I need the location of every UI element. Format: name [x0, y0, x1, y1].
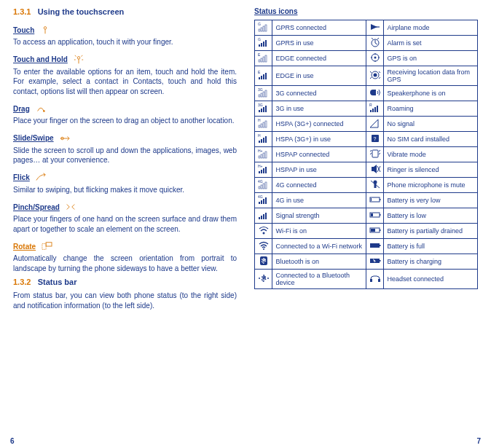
- status-label-left: GPRS connected: [272, 20, 366, 36]
- pinch-heading: Pinch/Spread: [13, 202, 77, 212]
- status-icon-left: [255, 254, 272, 270]
- svg-text:E: E: [258, 70, 261, 74]
- svg-rect-104: [380, 260, 381, 262]
- status-label-right: Battery is full: [384, 239, 478, 254]
- status-icon-left: H: [255, 117, 272, 132]
- status-icon-left: 3G: [255, 101, 272, 117]
- status-label-right: Battery is charging: [384, 254, 478, 270]
- status-icon-left: [255, 270, 272, 289]
- svg-rect-54: [261, 139, 262, 143]
- svg-rect-73: [259, 186, 260, 189]
- touch-label: Touch: [13, 26, 34, 34]
- table-row: HHSPA (3G+) connectedNo signal: [255, 117, 478, 132]
- svg-rect-98: [371, 229, 375, 232]
- table-row: Wi-Fi is onBattery is partially drained: [255, 224, 478, 239]
- svg-rect-41: [265, 106, 267, 112]
- rotate-icon: [40, 241, 53, 251]
- svg-rect-43: [370, 110, 372, 112]
- svg-rect-82: [261, 200, 262, 204]
- table-row: 3G3G in useRRoaming: [255, 101, 478, 117]
- status-label-right: Receiving location data from GPS: [384, 66, 478, 86]
- svg-rect-28: [263, 74, 264, 79]
- svg-point-31: [373, 74, 377, 77]
- status-icon-left: E: [255, 66, 272, 86]
- status-icon-left: G: [255, 36, 272, 51]
- status-label-left: Signal strength: [272, 208, 366, 224]
- svg-rect-67: [261, 170, 262, 173]
- status-label-right: No signal: [384, 117, 478, 132]
- rotate-label: Rotate: [13, 243, 36, 251]
- svg-point-1: [77, 56, 80, 59]
- status-icon-left: 4G: [255, 178, 272, 193]
- drag-text: Place your finger on the screen to drag …: [13, 116, 237, 126]
- touch-hold-text: To enter the available options for an it…: [13, 67, 237, 97]
- status-label-right: Battery is partially drained: [384, 224, 478, 239]
- svg-rect-100: [370, 243, 380, 248]
- status-icon-right: R: [366, 101, 384, 117]
- status-icon-right: [366, 86, 384, 101]
- pinch-icon: [64, 202, 77, 212]
- svg-point-24: [374, 57, 376, 59]
- svg-rect-7: [259, 29, 260, 31]
- status-label-left: EDGE in use: [272, 66, 366, 86]
- svg-rect-62: [263, 153, 264, 158]
- section-1-3-1-heading: 1.3.1 Using the touchscreen: [13, 7, 237, 16]
- status-icon-right: [366, 36, 384, 51]
- status-label-left: 3G in use: [272, 101, 366, 117]
- status-label-left: 4G connected: [272, 178, 366, 193]
- status-icon-right: [366, 66, 384, 86]
- svg-rect-33: [259, 95, 260, 97]
- status-icons-heading: Status icons: [254, 7, 478, 15]
- svg-rect-76: [265, 182, 267, 189]
- drag-label: Drag: [13, 105, 30, 113]
- status-label-right: Phone microphone is mute: [384, 178, 478, 193]
- svg-rect-81: [259, 202, 260, 204]
- status-icon-right: [366, 117, 384, 132]
- svg-rect-90: [263, 214, 264, 219]
- status-icon-right: [366, 162, 384, 178]
- svg-rect-97: [380, 229, 381, 231]
- svg-rect-46: [377, 106, 378, 112]
- svg-rect-38: [259, 110, 260, 112]
- svg-text:4G: 4G: [258, 179, 263, 184]
- status-icon-right: [366, 254, 384, 270]
- table-row: EEDGE in useReceiving location data from…: [255, 66, 478, 86]
- table-row: GGPRS connectedAirplane mode: [255, 20, 478, 36]
- table-row: 4G4G in useBattery is very low: [255, 193, 478, 208]
- svg-text:R: R: [369, 103, 372, 107]
- svg-rect-4: [42, 244, 46, 250]
- status-label-left: HSPAP connected: [272, 147, 366, 162]
- section-1-3-2-heading: 1.3.2 Status bar: [13, 278, 237, 286]
- status-icon-left: H+: [255, 147, 272, 162]
- svg-rect-94: [371, 213, 373, 216]
- status-icon-left: 3G: [255, 86, 272, 101]
- svg-point-95: [262, 232, 264, 235]
- status-icon-left: [255, 224, 272, 239]
- svg-text:?: ?: [373, 136, 376, 141]
- svg-rect-29: [265, 73, 267, 79]
- section-title-2: Status bar: [38, 278, 77, 286]
- svg-rect-56: [265, 136, 267, 143]
- status-icon-left: H+: [255, 162, 272, 178]
- svg-rect-16: [265, 40, 267, 47]
- svg-text:E: E: [258, 52, 261, 57]
- table-row: Connected to a Wi-Fi networkBattery is f…: [255, 239, 478, 254]
- status-label-left: HSPA (3G+) connected: [272, 117, 366, 132]
- table-row: Signal strengthBattery is low: [255, 208, 478, 224]
- status-label-left: Bluetooth is on: [272, 254, 366, 270]
- svg-text:H+: H+: [258, 164, 263, 168]
- svg-rect-83: [263, 199, 264, 204]
- status-label-left: Wi-Fi is on: [272, 224, 366, 239]
- svg-rect-68: [263, 168, 264, 173]
- svg-rect-51: [265, 121, 267, 127]
- svg-text:3G: 3G: [258, 87, 263, 92]
- svg-text:4G: 4G: [258, 194, 263, 199]
- svg-rect-8: [261, 28, 262, 31]
- section-title: Using the touchscreen: [38, 7, 125, 16]
- status-icon-right: [366, 51, 384, 66]
- flick-heading: Flick: [13, 173, 47, 183]
- svg-point-99: [263, 248, 264, 250]
- pinch-label: Pinch/Spread: [13, 203, 60, 211]
- table-row: HHSPA (3G+) in use?No SIM card installed: [255, 132, 478, 147]
- svg-rect-60: [259, 156, 260, 158]
